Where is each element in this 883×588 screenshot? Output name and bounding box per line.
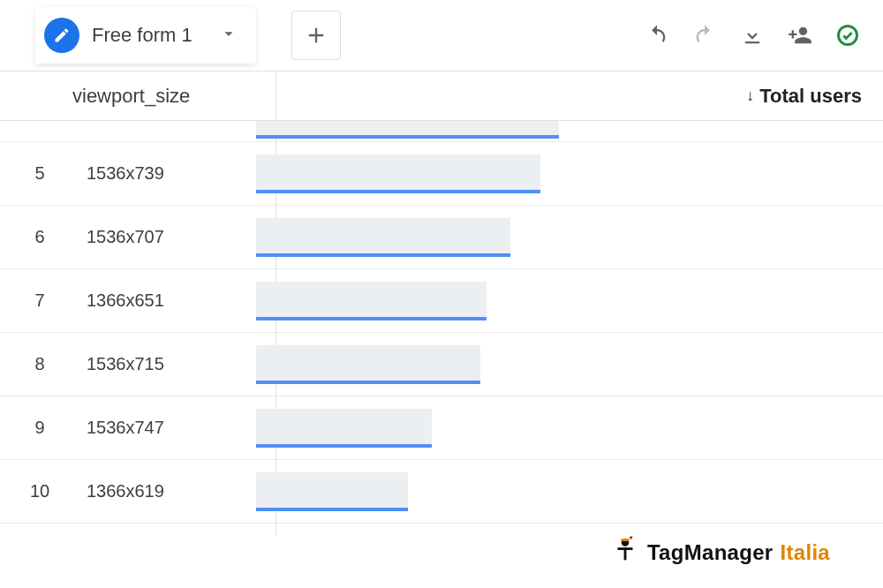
dimension-cell: 1536x707 [79,227,256,247]
bar-underline [256,253,510,257]
dimension-cell: 1536x715 [79,354,256,374]
redo-button[interactable] [691,21,719,49]
svg-rect-2 [623,547,626,560]
tab-free-form[interactable]: Free form 1 [35,7,256,64]
bar-underline [256,135,559,139]
table-row[interactable]: 71366x651 [0,269,883,333]
person-add-icon [788,23,812,48]
table-row[interactable]: 61536x707 [0,206,883,269]
bar-fill [256,218,510,253]
metric-header-label: Total users [759,85,862,108]
bar-chart-cell [256,345,862,384]
bar-fill [256,282,487,317]
bar-chart-cell [256,218,862,257]
dimension-cell: 1366x619 [79,481,256,501]
add-tab-button[interactable] [291,11,341,60]
toolbar [643,21,862,49]
metric-header[interactable]: ↓ Total users [746,85,883,108]
bar-underline [256,190,540,193]
redo-icon [692,23,717,48]
table-row[interactable]: 81536x715 [0,333,883,396]
status-ok-icon [834,21,862,49]
dimension-cell: 1366x651 [79,290,256,311]
table-row-partial [0,121,883,142]
rank-cell: 9 [0,418,79,438]
sort-desc-icon: ↓ [746,87,754,105]
bar-chart-cell [256,121,862,139]
table-row[interactable]: 101366x619 [0,460,883,524]
bar-fill [256,472,408,508]
bar-underline [256,317,487,320]
bar-chart-cell [256,282,862,320]
dimension-header[interactable]: viewport_size [0,85,190,108]
brand-word-2: Italia [781,540,831,565]
brand-logo: TagManagerItalia [610,535,830,570]
top-bar: Free form 1 [0,0,883,71]
rank-cell: 8 [0,354,79,374]
download-button[interactable] [738,21,766,49]
table-header-row: viewport_size ↓ Total users [0,72,883,121]
undo-button[interactable] [643,21,671,49]
bar-fill [256,155,540,190]
bar-underline [256,508,408,511]
bar-chart-cell [256,472,862,511]
edit-icon [44,18,79,53]
bar-fill [256,345,480,381]
bar-underline [256,444,432,448]
brand-word-1: TagManager [647,540,774,565]
results-table: viewport_size ↓ Total users 51536x739615… [0,71,883,524]
tab-title: Free form 1 [92,24,192,47]
bar-fill [256,121,559,135]
download-icon [740,23,765,48]
plus-icon [304,23,328,48]
rank-cell: 5 [0,163,79,184]
rank-cell: 6 [0,227,79,247]
share-button[interactable] [786,21,814,49]
bar-chart-cell [256,155,862,193]
bar-fill [256,409,432,444]
bar-underline [256,381,480,384]
chevron-down-icon[interactable] [219,24,238,47]
table-row[interactable]: 51536x739 [0,142,883,206]
table-row[interactable]: 91536x747 [0,396,883,460]
undo-icon [645,23,669,48]
tagmanager-icon [610,535,640,570]
svg-rect-4 [621,539,630,541]
bar-chart-cell [256,409,862,448]
dimension-cell: 1536x739 [79,163,256,184]
dimension-cell: 1536x747 [79,418,256,438]
rank-cell: 10 [0,481,79,501]
rank-cell: 7 [0,290,79,311]
